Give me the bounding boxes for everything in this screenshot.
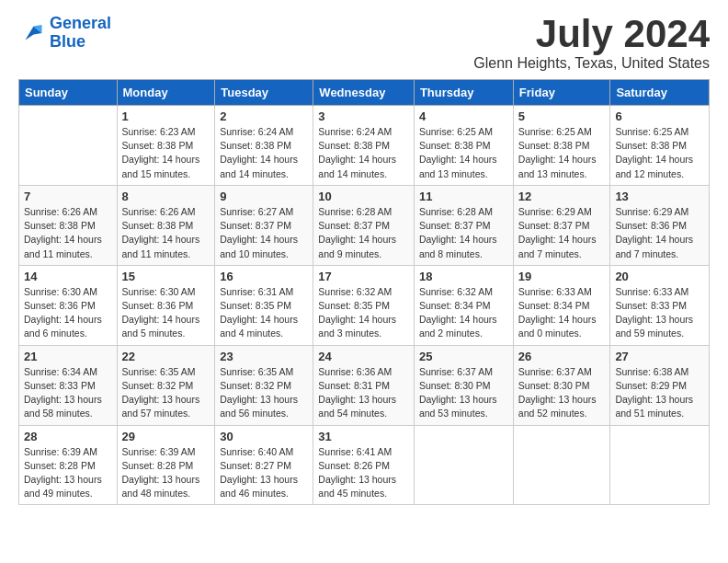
day-detail: Sunrise: 6:28 AM Sunset: 8:37 PM Dayligh…: [419, 205, 508, 261]
day-number: 27: [615, 350, 704, 363]
day-detail: Sunrise: 6:24 AM Sunset: 8:38 PM Dayligh…: [220, 125, 308, 181]
weekday-header: Monday: [117, 80, 215, 106]
calendar-table: SundayMondayTuesdayWednesdayThursdayFrid…: [18, 79, 710, 505]
calendar-header-row: SundayMondayTuesdayWednesdayThursdayFrid…: [19, 80, 710, 106]
day-number: 24: [318, 350, 409, 363]
day-number: 22: [122, 350, 210, 363]
day-number: 2: [220, 109, 308, 123]
calendar-day-cell: 27Sunrise: 6:38 AM Sunset: 8:29 PM Dayli…: [610, 345, 710, 425]
calendar-day-cell: 22Sunrise: 6:35 AM Sunset: 8:32 PM Dayli…: [117, 345, 215, 425]
day-detail: Sunrise: 6:28 AM Sunset: 8:37 PM Dayligh…: [318, 205, 409, 261]
day-number: 11: [419, 190, 508, 203]
calendar-day-cell: 13Sunrise: 6:29 AM Sunset: 8:36 PM Dayli…: [610, 185, 710, 265]
day-detail: Sunrise: 6:39 AM Sunset: 8:28 PM Dayligh…: [122, 445, 210, 501]
day-number: 13: [615, 190, 704, 203]
day-number: 16: [220, 270, 308, 283]
day-detail: Sunrise: 6:23 AM Sunset: 8:38 PM Dayligh…: [122, 125, 210, 181]
day-number: 4: [419, 109, 508, 123]
calendar-day-cell: 19Sunrise: 6:33 AM Sunset: 8:34 PM Dayli…: [513, 265, 610, 345]
calendar-day-cell: 1Sunrise: 6:23 AM Sunset: 8:38 PM Daylig…: [117, 106, 215, 186]
day-detail: Sunrise: 6:35 AM Sunset: 8:32 PM Dayligh…: [122, 365, 210, 421]
calendar-day-cell: 2Sunrise: 6:24 AM Sunset: 8:38 PM Daylig…: [215, 106, 313, 186]
day-detail: Sunrise: 6:39 AM Sunset: 8:28 PM Dayligh…: [24, 445, 112, 501]
calendar-day-cell: 26Sunrise: 6:37 AM Sunset: 8:30 PM Dayli…: [513, 345, 610, 425]
day-detail: Sunrise: 6:31 AM Sunset: 8:35 PM Dayligh…: [220, 285, 308, 341]
calendar-day-cell: 24Sunrise: 6:36 AM Sunset: 8:31 PM Dayli…: [313, 345, 415, 425]
day-detail: Sunrise: 6:37 AM Sunset: 8:30 PM Dayligh…: [419, 365, 508, 421]
calendar-day-cell: 25Sunrise: 6:37 AM Sunset: 8:30 PM Dayli…: [414, 345, 513, 425]
day-detail: Sunrise: 6:32 AM Sunset: 8:34 PM Dayligh…: [419, 285, 508, 341]
day-detail: Sunrise: 6:30 AM Sunset: 8:36 PM Dayligh…: [122, 285, 210, 341]
calendar-day-cell: 31Sunrise: 6:41 AM Sunset: 8:26 PM Dayli…: [313, 425, 415, 505]
day-number: 3: [318, 109, 409, 123]
day-detail: Sunrise: 6:30 AM Sunset: 8:36 PM Dayligh…: [24, 285, 112, 341]
page-header: General Blue July 2024 Glenn Heights, Te…: [18, 15, 710, 72]
day-number: 15: [122, 270, 210, 283]
day-detail: Sunrise: 6:41 AM Sunset: 8:26 PM Dayligh…: [318, 445, 409, 501]
day-number: 6: [615, 109, 704, 123]
calendar-week-row: 1Sunrise: 6:23 AM Sunset: 8:38 PM Daylig…: [19, 106, 710, 186]
day-detail: Sunrise: 6:34 AM Sunset: 8:33 PM Dayligh…: [24, 365, 112, 421]
day-detail: Sunrise: 6:32 AM Sunset: 8:35 PM Dayligh…: [318, 285, 409, 341]
calendar-day-cell: [610, 425, 710, 505]
calendar-day-cell: [414, 425, 513, 505]
location-label: Glenn Heights, Texas, United States: [473, 55, 710, 72]
day-number: 26: [518, 350, 606, 363]
day-number: 31: [318, 430, 409, 443]
day-number: 1: [122, 109, 210, 123]
day-number: 9: [220, 190, 308, 203]
calendar-day-cell: 4Sunrise: 6:25 AM Sunset: 8:38 PM Daylig…: [414, 106, 513, 186]
day-number: 12: [518, 190, 606, 203]
calendar-day-cell: 10Sunrise: 6:28 AM Sunset: 8:37 PM Dayli…: [313, 185, 415, 265]
calendar-week-row: 7Sunrise: 6:26 AM Sunset: 8:38 PM Daylig…: [19, 185, 710, 265]
calendar-day-cell: 3Sunrise: 6:24 AM Sunset: 8:38 PM Daylig…: [313, 106, 415, 186]
calendar-day-cell: 30Sunrise: 6:40 AM Sunset: 8:27 PM Dayli…: [215, 425, 313, 505]
calendar-day-cell: 6Sunrise: 6:25 AM Sunset: 8:38 PM Daylig…: [610, 106, 710, 186]
weekday-header: Friday: [513, 80, 610, 106]
calendar-day-cell: 21Sunrise: 6:34 AM Sunset: 8:33 PM Dayli…: [19, 345, 118, 425]
weekday-header: Tuesday: [215, 80, 313, 106]
day-number: 10: [318, 190, 409, 203]
day-number: 17: [318, 270, 409, 283]
calendar-day-cell: [19, 106, 118, 186]
calendar-body: 1Sunrise: 6:23 AM Sunset: 8:38 PM Daylig…: [19, 106, 710, 505]
day-detail: Sunrise: 6:33 AM Sunset: 8:34 PM Dayligh…: [518, 285, 606, 341]
day-detail: Sunrise: 6:25 AM Sunset: 8:38 PM Dayligh…: [615, 125, 704, 181]
calendar-day-cell: 14Sunrise: 6:30 AM Sunset: 8:36 PM Dayli…: [19, 265, 118, 345]
calendar-day-cell: [513, 425, 610, 505]
logo-icon: [18, 19, 46, 47]
calendar-day-cell: 9Sunrise: 6:27 AM Sunset: 8:37 PM Daylig…: [215, 185, 313, 265]
day-detail: Sunrise: 6:25 AM Sunset: 8:38 PM Dayligh…: [419, 125, 508, 181]
day-detail: Sunrise: 6:29 AM Sunset: 8:37 PM Dayligh…: [518, 205, 606, 261]
calendar-week-row: 21Sunrise: 6:34 AM Sunset: 8:33 PM Dayli…: [19, 345, 710, 425]
calendar-week-row: 28Sunrise: 6:39 AM Sunset: 8:28 PM Dayli…: [19, 425, 710, 505]
day-detail: Sunrise: 6:25 AM Sunset: 8:38 PM Dayligh…: [518, 125, 606, 181]
day-detail: Sunrise: 6:29 AM Sunset: 8:36 PM Dayligh…: [615, 205, 704, 261]
day-detail: Sunrise: 6:26 AM Sunset: 8:38 PM Dayligh…: [122, 205, 210, 261]
day-number: 20: [615, 270, 704, 283]
logo: General Blue: [18, 15, 111, 52]
day-number: 19: [518, 270, 606, 283]
logo-text: General Blue: [50, 15, 111, 52]
day-detail: Sunrise: 6:24 AM Sunset: 8:38 PM Dayligh…: [318, 125, 409, 181]
calendar-day-cell: 12Sunrise: 6:29 AM Sunset: 8:37 PM Dayli…: [513, 185, 610, 265]
calendar-day-cell: 28Sunrise: 6:39 AM Sunset: 8:28 PM Dayli…: [19, 425, 118, 505]
day-detail: Sunrise: 6:35 AM Sunset: 8:32 PM Dayligh…: [220, 365, 308, 421]
day-number: 29: [122, 430, 210, 443]
day-detail: Sunrise: 6:26 AM Sunset: 8:38 PM Dayligh…: [24, 205, 112, 261]
day-detail: Sunrise: 6:33 AM Sunset: 8:33 PM Dayligh…: [615, 285, 704, 341]
day-number: 23: [220, 350, 308, 363]
day-detail: Sunrise: 6:36 AM Sunset: 8:31 PM Dayligh…: [318, 365, 409, 421]
day-number: 14: [24, 270, 112, 283]
calendar-day-cell: 5Sunrise: 6:25 AM Sunset: 8:38 PM Daylig…: [513, 106, 610, 186]
calendar-day-cell: 7Sunrise: 6:26 AM Sunset: 8:38 PM Daylig…: [19, 185, 118, 265]
weekday-header: Thursday: [414, 80, 513, 106]
day-detail: Sunrise: 6:37 AM Sunset: 8:30 PM Dayligh…: [518, 365, 606, 421]
weekday-header: Saturday: [610, 80, 710, 106]
day-detail: Sunrise: 6:27 AM Sunset: 8:37 PM Dayligh…: [220, 205, 308, 261]
day-number: 25: [419, 350, 508, 363]
day-detail: Sunrise: 6:38 AM Sunset: 8:29 PM Dayligh…: [615, 365, 704, 421]
day-number: 28: [24, 430, 112, 443]
calendar-day-cell: 29Sunrise: 6:39 AM Sunset: 8:28 PM Dayli…: [117, 425, 215, 505]
day-number: 7: [24, 190, 112, 203]
